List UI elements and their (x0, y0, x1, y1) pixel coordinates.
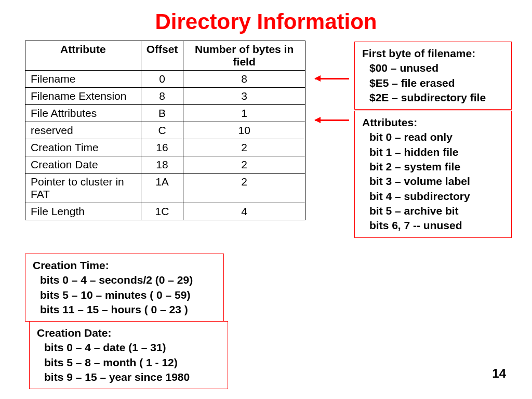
box-item: bit 4 – subdirectory (369, 189, 505, 204)
table-row: Creation Time162 (25, 139, 305, 156)
cell: 1C (141, 203, 183, 220)
cell: Creation Date (25, 156, 141, 174)
firstbyte-box: First byte of filename: $00 – unused $E5… (354, 42, 512, 110)
box-item: $E5 – file erased (369, 76, 505, 90)
arrow-icon (315, 119, 349, 121)
ctime-box: Creation Time: bits 0 – 4 – seconds/2 (0… (25, 254, 224, 322)
attributes-box: Attributes: bit 0 – read only bit 1 – hi… (354, 111, 512, 238)
cell: 2 (183, 174, 305, 203)
col-bytes: Number of bytes in field (183, 41, 305, 71)
box-item: bit 1 – hidden file (369, 145, 505, 159)
box-item: bits 0 – 4 – date (1 – 31) (44, 340, 221, 355)
cell: 1 (183, 105, 305, 122)
box-item: bits 5 – 10 – minutes ( 0 – 59) (40, 288, 217, 302)
box-head: Creation Date: (37, 326, 221, 340)
cell: 8 (183, 71, 305, 88)
cell: File Length (25, 203, 141, 220)
box-item: bits 0 – 4 – seconds/2 (0 – 29) (40, 273, 217, 287)
box-item: bit 3 – volume label (369, 174, 505, 189)
cdate-box: Creation Date: bits 0 – 4 – date (1 – 31… (29, 321, 228, 389)
cell: 18 (141, 156, 183, 174)
cell: reserved (25, 122, 141, 139)
cell: 2 (183, 156, 305, 174)
table-row: File Length1C4 (25, 203, 305, 220)
box-item: bits 11 – 15 – hours ( 0 – 23 ) (40, 302, 217, 317)
page-title: Directory Information (0, 9, 532, 34)
cell: C (141, 122, 183, 139)
box-item: bit 5 – archive bit (369, 204, 505, 218)
box-head: First byte of filename: (362, 46, 505, 61)
cell: B (141, 105, 183, 122)
cell: 0 (141, 71, 183, 88)
box-item: bits 6, 7 -- unused (369, 218, 505, 233)
cell: 10 (183, 122, 305, 139)
col-offset: Offset (141, 41, 183, 71)
box-item: bits 5 – 8 – month ( 1 - 12) (44, 355, 221, 370)
cell: Filename Extension (25, 88, 141, 105)
cell: Pointer to cluster in FAT (25, 174, 141, 203)
cell: 2 (183, 139, 305, 156)
box-item: bits 9 – 15 – year since 1980 (44, 370, 221, 384)
box-item: bit 2 – system file (369, 159, 505, 174)
arrow-icon (315, 78, 349, 79)
box-head: Creation Time: (33, 258, 217, 273)
table-row: File AttributesB1 (25, 105, 305, 122)
cell: 4 (183, 203, 305, 220)
table-row: Pointer to cluster in FAT1A2 (25, 174, 305, 203)
cell: 3 (183, 88, 305, 105)
directory-table: Attribute Offset Number of bytes in fiel… (25, 41, 305, 220)
page-number: 14 (492, 366, 506, 381)
box-head: Attributes: (362, 115, 505, 130)
cell: Creation Time (25, 139, 141, 156)
box-item: $2E – subdirectory file (369, 90, 505, 105)
cell: 8 (141, 88, 183, 105)
table-row: reservedC10 (25, 122, 305, 139)
cell: 1A (141, 174, 183, 203)
table-row: Filename Extension83 (25, 88, 305, 105)
table-row: Creation Date182 (25, 156, 305, 174)
col-attribute: Attribute (25, 41, 141, 71)
cell: Filename (25, 71, 141, 88)
cell: File Attributes (25, 105, 141, 122)
cell: 16 (141, 139, 183, 156)
table-row: Filename08 (25, 71, 305, 88)
box-item: bit 0 – read only (369, 130, 505, 144)
box-item: $00 – unused (369, 61, 505, 75)
